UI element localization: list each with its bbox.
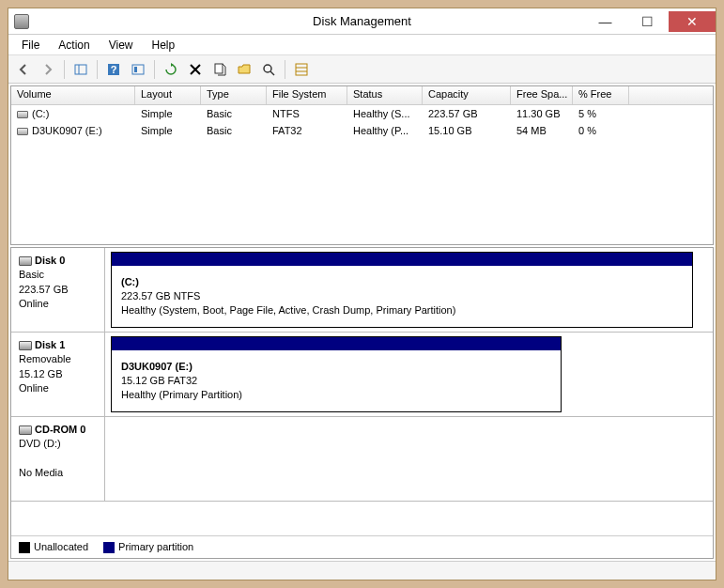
show-hide-button[interactable] (69, 58, 92, 81)
svg-text:?: ? (111, 64, 117, 75)
disk-info: Disk 0Basic223.57 GBOnline (11, 248, 105, 332)
volume-cell: D3UK0907 (E:) (11, 124, 135, 137)
app-icon (14, 14, 29, 29)
volume-cell: Healthy (S... (347, 107, 423, 120)
volume-icon (17, 128, 28, 135)
volume-row[interactable]: D3UK0907 (E:)SimpleBasicFAT32Healthy (P.… (11, 122, 713, 139)
open-button[interactable] (233, 58, 255, 81)
disk-name: Disk 1 (19, 338, 97, 352)
partition-detail: 15.12 GB FAT32 (121, 374, 551, 388)
disk-graphic: D3UK0907 (E:)15.12 GB FAT32Healthy (Prim… (105, 333, 713, 416)
statusbar (8, 561, 716, 580)
titlebar[interactable]: Disk Management — ☐ ✕ (8, 8, 716, 35)
column-header[interactable]: File System (267, 86, 347, 104)
partition-detail: Healthy (Primary Partition) (121, 388, 551, 402)
volume-cell: Simple (135, 107, 201, 120)
menu-view[interactable]: View (100, 37, 143, 54)
volume-cell: (C:) (11, 107, 135, 120)
volume-cell: FAT32 (267, 124, 347, 137)
disk-name: CD-ROM 0 (19, 423, 97, 437)
partition-name: D3UK0907 (E:) (121, 360, 551, 374)
legend-item: Primary partition (103, 541, 193, 553)
maximize-button[interactable]: ☐ (626, 11, 669, 32)
volume-icon (17, 111, 28, 118)
disk-info-line: Removable (19, 352, 97, 366)
settings-button[interactable] (127, 58, 149, 81)
legend-item: Unallocated (19, 541, 88, 553)
partition-body: D3UK0907 (E:)15.12 GB FAT32Healthy (Prim… (112, 350, 561, 411)
partition-body: (C:)223.57 GB NTFSHealthy (System, Boot,… (112, 266, 692, 327)
disk-info-line: No Media (19, 466, 97, 480)
legend-swatch (103, 542, 115, 553)
disk-graphic (105, 417, 713, 501)
column-header[interactable]: Type (201, 86, 267, 104)
svg-rect-4 (132, 65, 144, 74)
back-button[interactable] (12, 58, 35, 81)
svg-rect-0 (75, 65, 86, 74)
disk-info: Disk 1Removable15.12 GBOnline (11, 333, 105, 416)
column-header-fill (629, 86, 713, 104)
partition-detail: Healthy (System, Boot, Page File, Active… (121, 303, 683, 317)
disk-diagram-panel: Disk 0Basic223.57 GBOnline(C:)223.57 GB … (10, 247, 714, 559)
menubar: File Action View Help (8, 35, 716, 55)
disk-info-line: Online (19, 381, 97, 395)
volume-list-body[interactable]: (C:)SimpleBasicNTFSHealthy (S...223.57 G… (11, 105, 713, 244)
volume-row[interactable]: (C:)SimpleBasicNTFSHealthy (S...223.57 G… (11, 105, 713, 122)
disk-info-line: 15.12 GB (19, 367, 97, 381)
partition-header (112, 337, 561, 350)
column-header[interactable]: Layout (135, 86, 201, 104)
volume-cell: 11.30 GB (511, 107, 573, 120)
disk-graphic: (C:)223.57 GB NTFSHealthy (System, Boot,… (105, 248, 713, 332)
toolbar: ? (8, 55, 716, 84)
menu-file[interactable]: File (12, 37, 49, 54)
properties-button[interactable] (208, 58, 231, 81)
svg-rect-5 (134, 67, 137, 72)
disk-icon (19, 341, 32, 350)
refresh-button[interactable] (160, 58, 182, 81)
column-header[interactable]: Free Spa... (511, 86, 573, 104)
column-header[interactable]: % Free (573, 86, 629, 104)
volume-cell: Simple (135, 124, 201, 137)
disk-info-line: Online (19, 297, 97, 311)
disk-row[interactable]: Disk 1Removable15.12 GBOnlineD3UK0907 (E… (11, 333, 713, 417)
volume-cell: 223.57 GB (423, 107, 511, 120)
close-button[interactable]: ✕ (669, 11, 716, 32)
partition[interactable]: (C:)223.57 GB NTFSHealthy (System, Boot,… (111, 252, 693, 328)
disk-info-line: DVD (D:) (19, 437, 97, 451)
content-area: VolumeLayoutTypeFile SystemStatusCapacit… (8, 84, 716, 561)
help-button[interactable]: ? (102, 58, 125, 81)
svg-rect-6 (215, 64, 223, 73)
disk-info-line: Basic (19, 268, 97, 282)
minimize-button[interactable]: — (584, 11, 626, 32)
disk-management-window: Disk Management — ☐ ✕ File Action View H… (8, 8, 716, 580)
column-header[interactable]: Status (347, 86, 423, 104)
disk-diagram-body[interactable]: Disk 0Basic223.57 GBOnline(C:)223.57 GB … (11, 248, 713, 535)
volume-cell: Basic (201, 107, 267, 120)
volume-cell: NTFS (267, 107, 347, 120)
column-header[interactable]: Volume (11, 86, 135, 104)
legend-swatch (19, 542, 30, 553)
volume-cell: 0 % (573, 124, 629, 137)
partition-detail: 223.57 GB NTFS (121, 289, 683, 303)
volume-cell: 5 % (573, 107, 629, 120)
list-view-button[interactable] (290, 58, 313, 81)
disk-row[interactable]: Disk 0Basic223.57 GBOnline(C:)223.57 GB … (11, 248, 713, 333)
volume-list-header: VolumeLayoutTypeFile SystemStatusCapacit… (11, 86, 713, 105)
disk-info: CD-ROM 0DVD (D:) No Media (11, 417, 105, 501)
legend: UnallocatedPrimary partition (11, 535, 713, 558)
forward-button[interactable] (37, 58, 59, 81)
svg-line-8 (270, 71, 274, 75)
menu-help[interactable]: Help (143, 37, 185, 54)
disk-name: Disk 0 (19, 254, 97, 268)
menu-action[interactable]: Action (49, 37, 99, 54)
partition[interactable]: D3UK0907 (E:)15.12 GB FAT32Healthy (Prim… (111, 336, 562, 412)
volume-cell: Basic (201, 124, 267, 137)
window-buttons: — ☐ ✕ (584, 11, 716, 32)
disk-info-line: 223.57 GB (19, 283, 97, 297)
partition-name: (C:) (121, 275, 683, 289)
delete-button[interactable] (184, 58, 207, 81)
disk-row[interactable]: CD-ROM 0DVD (D:) No Media (11, 417, 713, 502)
search-button[interactable] (257, 58, 280, 81)
volume-cell: 54 MB (511, 124, 573, 137)
column-header[interactable]: Capacity (423, 86, 511, 104)
